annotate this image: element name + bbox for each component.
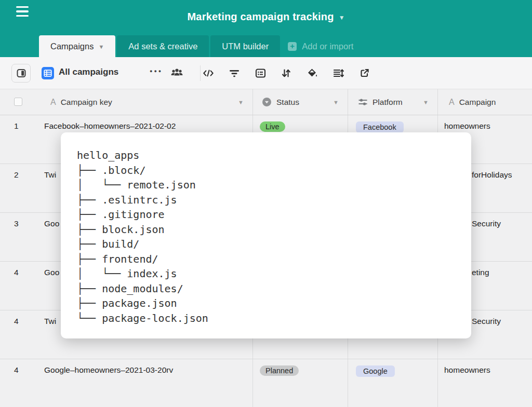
file-tree-popup: hello_apps ├── .block/ │ └── remote.json… (61, 132, 471, 338)
chevron-down-icon[interactable]: ▼ (333, 99, 339, 105)
tree-line: hello_apps (77, 148, 471, 163)
tree-line: ├── node_modules/ (77, 281, 471, 296)
chevron-down-icon[interactable]: ▼ (238, 99, 244, 105)
column-label: Status (276, 98, 299, 107)
multi-select-icon (358, 97, 368, 107)
filter-icon[interactable] (229, 67, 240, 79)
text-field-icon: A (50, 98, 56, 107)
table-row[interactable]: 4 Google–homeowners–2021-03-20rv Planned… (0, 359, 532, 407)
status-badge[interactable]: Live (260, 121, 285, 132)
status-badge[interactable]: Planned (260, 365, 299, 376)
column-label: Platform (373, 98, 403, 107)
tree-line: ├── build/ (77, 237, 471, 252)
sidebar-toggle-icon (16, 68, 26, 78)
code-icon[interactable] (203, 67, 214, 79)
tree-line: ├── frontend/ (77, 252, 471, 267)
tab-label: UTM builder (222, 42, 269, 51)
grid-header-row: A Campaign key ▼ Status ▼ Plat (0, 89, 532, 115)
more-icon[interactable]: ●●● (150, 69, 163, 74)
page-title: Marketing campaign tracking (187, 11, 334, 23)
paint-icon[interactable] (307, 67, 318, 79)
tree-line: └── package-lock.json (77, 311, 471, 326)
column-label: Campaign (459, 98, 496, 107)
table-tabs: Campaigns ▼ Ad sets & creative UTM build… (0, 34, 532, 57)
column-header-status[interactable]: Status ▼ (253, 89, 348, 115)
airtable-app: Marketing campaign tracking ▼ Campaigns … (0, 0, 532, 407)
tree-line: ├── block.json (77, 222, 471, 237)
grid-view-icon[interactable] (42, 67, 54, 79)
tree-line: ├── package.json (77, 296, 471, 311)
platform-badge[interactable]: Facebook (356, 121, 404, 133)
column-header-campaign[interactable]: A Campaign (438, 89, 532, 115)
cell-platform[interactable]: Google (348, 359, 438, 407)
chevron-down-icon: ▼ (98, 43, 104, 50)
tab-campaigns[interactable]: Campaigns ▼ (39, 35, 115, 57)
platform-badge[interactable]: Google (356, 365, 395, 377)
tab-utm-builder[interactable]: UTM builder (210, 35, 280, 57)
cell-campaign-key[interactable]: Google–homeowners–2021-03-20rv (43, 359, 253, 407)
row-number: 4 (0, 359, 43, 407)
cell-status[interactable]: Planned (253, 359, 348, 407)
row-number: 1 (0, 115, 43, 164)
column-label: Campaign key (61, 98, 112, 107)
menu-icon[interactable] (16, 6, 29, 17)
view-toolbar: All campaigns ●●● (0, 57, 532, 89)
select-all-checkbox[interactable] (14, 98, 22, 106)
tree-line: ├── .gitignore (77, 207, 471, 222)
tree-line: │ └── index.js (77, 266, 471, 281)
column-header-campaign-key[interactable]: A Campaign key ▼ (43, 89, 253, 115)
add-or-import-button[interactable]: + Add or import (288, 35, 353, 57)
app-header: Marketing campaign tracking ▼ Campaigns … (0, 0, 532, 57)
tree-line: │ └── remote.json (77, 178, 471, 193)
plus-icon: + (288, 42, 297, 51)
share-icon[interactable] (358, 67, 370, 79)
toggle-sidebar-button[interactable] (11, 64, 31, 83)
toolbar-divider (200, 65, 201, 81)
single-select-icon (262, 97, 272, 107)
tab-label: Campaigns (50, 42, 94, 51)
row-height-icon[interactable] (332, 67, 344, 79)
text-field-icon: A (449, 98, 455, 107)
tree-line: ├── .block/ (77, 163, 471, 178)
collaborators-icon[interactable] (170, 67, 183, 78)
add-or-import-label: Add or import (302, 42, 353, 51)
chevron-down-icon: ▼ (339, 12, 345, 21)
tab-label: Ad sets & creative (128, 42, 197, 51)
view-name[interactable]: All campaigns (59, 67, 118, 77)
chevron-down-icon[interactable]: ▼ (423, 99, 429, 105)
row-number: 3 (0, 213, 43, 261)
select-all-cell (0, 89, 43, 115)
group-icon[interactable] (255, 67, 266, 79)
row-number: 2 (0, 164, 43, 212)
column-header-platform[interactable]: Platform ▼ (348, 89, 438, 115)
tab-ad-sets-creative[interactable]: Ad sets & creative (117, 35, 209, 57)
tree-line: ├── .eslintrc.js (77, 193, 471, 208)
base-title-bar[interactable]: Marketing campaign tracking ▼ (0, 0, 532, 34)
row-number: 4 (0, 262, 43, 310)
row-number: 4 (0, 310, 43, 359)
sort-icon[interactable] (281, 67, 292, 79)
cell-campaign[interactable]: homeowners (438, 359, 532, 407)
